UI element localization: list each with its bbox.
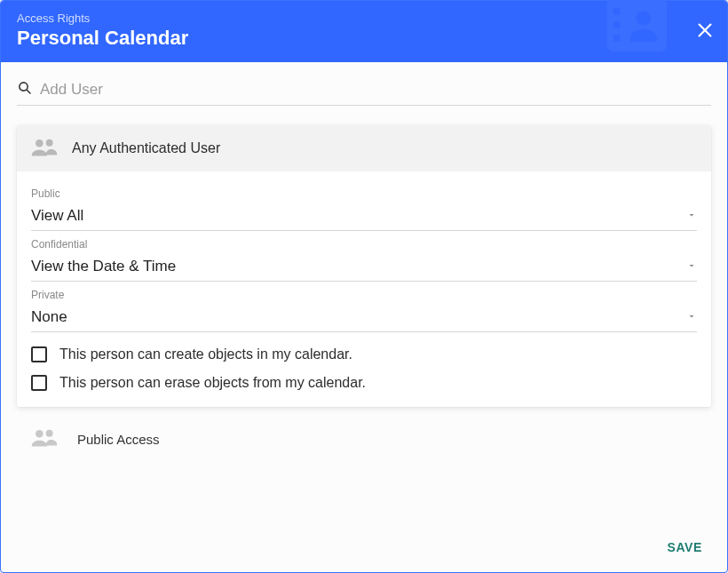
dialog-footer: SAVE (1, 522, 727, 572)
chevron-down-icon (686, 208, 697, 224)
svg-point-5 (36, 139, 44, 147)
search-icon (17, 80, 33, 99)
dialog-header: Access Rights Personal Calendar (1, 1, 727, 62)
svg-point-7 (36, 430, 44, 438)
confidential-field: Confidential View the Date & Time (31, 238, 697, 282)
private-select-value: None (31, 308, 67, 326)
authenticated-user-header[interactable]: Any Authenticated User (17, 125, 711, 171)
authenticated-user-body: Public View All Confidential View the Da… (17, 171, 711, 407)
svg-point-8 (46, 430, 53, 437)
svg-line-4 (27, 90, 30, 93)
svg-point-0 (637, 11, 652, 26)
private-select[interactable]: None (31, 305, 697, 332)
private-field: Private None (31, 289, 697, 332)
access-rights-dialog: Access Rights Personal Calendar (0, 0, 728, 573)
public-select[interactable]: View All (31, 203, 697, 231)
authenticated-user-card: Any Authenticated User Public View All C… (17, 125, 711, 407)
save-button[interactable]: SAVE (659, 535, 712, 560)
address-book-icon (587, 0, 693, 68)
authenticated-user-label: Any Authenticated User (72, 140, 220, 156)
public-access-row[interactable]: Public Access (17, 419, 711, 451)
public-select-value: View All (31, 207, 83, 225)
can-create-checkbox[interactable] (31, 346, 47, 362)
dialog-content: Any Authenticated User Public View All C… (1, 62, 727, 522)
people-icon (29, 426, 59, 451)
svg-point-6 (46, 139, 53, 147)
confidential-select-value: View the Date & Time (31, 258, 176, 275)
can-create-row: This person can create objects in my cal… (31, 346, 697, 362)
chevron-down-icon (686, 259, 697, 275)
chevron-down-icon (686, 309, 697, 325)
can-erase-row: This person can erase objects from my ca… (31, 375, 697, 391)
add-user-input[interactable] (40, 81, 711, 99)
people-icon (29, 136, 59, 161)
can-erase-label: This person can erase objects from my ca… (59, 375, 366, 391)
public-field: Public View All (31, 187, 697, 231)
add-user-search (17, 80, 711, 106)
close-button[interactable] (695, 20, 715, 44)
can-erase-checkbox[interactable] (31, 375, 47, 391)
can-create-label: This person can create objects in my cal… (59, 346, 352, 362)
private-field-label: Private (31, 289, 697, 301)
public-field-label: Public (31, 187, 697, 200)
public-access-label: Public Access (77, 432, 160, 447)
confidential-field-label: Confidential (31, 238, 697, 251)
confidential-select[interactable]: View the Date & Time (31, 254, 697, 282)
